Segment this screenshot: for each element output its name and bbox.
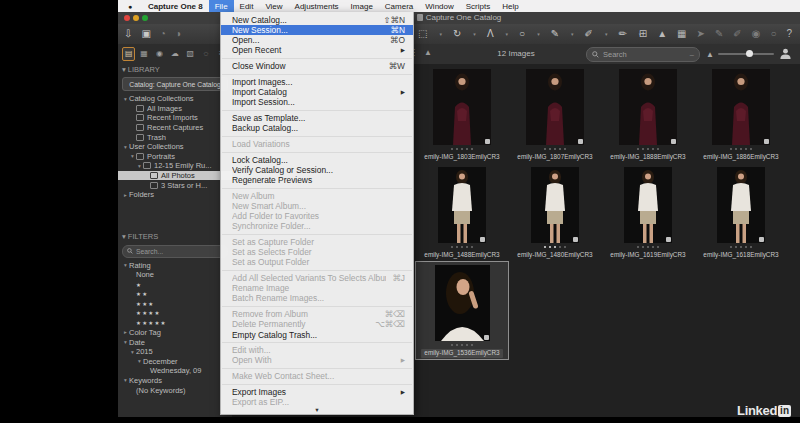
- menu-item-new-catalog-[interactable]: New Catalog...⇧⌘N: [221, 15, 413, 25]
- tree-item-all-images[interactable]: All Images: [118, 104, 232, 114]
- exposure-warning-icon[interactable]: ▲: [657, 29, 667, 39]
- menu-item-verify-catalog-or-session-[interactable]: Verify Catalog or Session...: [221, 165, 413, 175]
- tab-lens[interactable]: ◉: [153, 47, 166, 61]
- catalog-selector-button[interactable]: Catalog: Capture One Catalog: [122, 77, 228, 91]
- menu-item-regenerate-previews[interactable]: Regenerate Previews: [221, 175, 413, 185]
- copy-adjustments-icon[interactable]: ▦: [677, 29, 686, 39]
- disclosure-triangle-icon[interactable]: ▾: [122, 377, 129, 383]
- import-images-icon[interactable]: ⇩: [124, 29, 132, 39]
- thumbnail-cell[interactable]: emily-IMG_1480EmilyCR3: [509, 164, 601, 261]
- rating-dots[interactable]: [451, 243, 473, 251]
- disclosure-triangle-icon[interactable]: ▾: [136, 358, 143, 364]
- histogram-icon[interactable]: ◑: [175, 29, 181, 39]
- menu-item-open-recent[interactable]: Open Recent▶: [221, 45, 413, 55]
- thumbnail-cell[interactable]: emily-IMG_1886EmilyCR3: [695, 66, 787, 163]
- filter-item-2015[interactable]: ▾2015: [118, 347, 232, 357]
- gear-icon[interactable]: ◉: [752, 29, 761, 39]
- filter-item--[interactable]: ★★★★: [118, 309, 232, 319]
- search-scope-button[interactable]: –: [690, 50, 694, 59]
- thumbnail-cell[interactable]: emily-IMG_1536EmilyCR3: [416, 262, 508, 359]
- menu-item-new-session-[interactable]: New Session...⌘N: [221, 25, 413, 35]
- tree-item-user-collections[interactable]: ▾User Collections: [118, 142, 232, 152]
- disclosure-triangle-icon[interactable]: ▾: [122, 339, 129, 345]
- menu-item-empty-catalog-trash-[interactable]: Empty Catalog Trash...: [221, 329, 413, 339]
- camera-capture-icon[interactable]: ▣: [141, 29, 150, 39]
- menu-bar-item-help[interactable]: Help: [496, 0, 524, 12]
- tab-library[interactable]: ▤: [122, 47, 135, 61]
- menu-bar-item-file[interactable]: File: [209, 0, 234, 12]
- menu-bar-item-edit[interactable]: Edit: [234, 0, 260, 12]
- filter-item--[interactable]: ★★★★★: [118, 318, 232, 328]
- menu-item-import-session-[interactable]: Import Session...: [221, 97, 413, 107]
- tab-color[interactable]: ☁: [168, 47, 181, 61]
- menu-item-lock-catalog-[interactable]: Lock Catalog...: [221, 155, 413, 165]
- rating-dots[interactable]: [544, 145, 566, 153]
- filter-item-date[interactable]: ▾Date: [118, 337, 232, 347]
- disclosure-triangle-icon[interactable]: ▸: [122, 329, 129, 335]
- filter-item-december[interactable]: ▾December: [118, 356, 232, 366]
- app-menu-title[interactable]: Capture One 8: [142, 2, 209, 11]
- thumbnail-cell[interactable]: emily-IMG_1619EmilyCR3: [602, 164, 694, 261]
- rating-dots[interactable]: [451, 341, 473, 349]
- rating-dots[interactable]: [544, 243, 566, 251]
- disclosure-triangle-icon[interactable]: ▾: [122, 262, 129, 268]
- tree-item-12-15-emily-ru-[interactable]: ▾12-15 Emily Ru...: [118, 161, 232, 171]
- adjustments-clipboard-icon[interactable]: ✎: [715, 29, 723, 39]
- rating-dots[interactable]: [730, 145, 752, 153]
- filter-item-wednesday-09[interactable]: Wednesday, 09: [118, 366, 232, 376]
- crop-tool-icon[interactable]: ⬚: [418, 29, 427, 39]
- grid-view-icon[interactable]: ⊞: [639, 29, 647, 39]
- styles-brush-icon[interactable]: ✐: [733, 29, 741, 39]
- library-section-header[interactable]: ▾ LIBRARY: [118, 63, 232, 76]
- filter-item-keywords[interactable]: ▾Keywords: [118, 376, 232, 386]
- menu-item-open-[interactable]: Open...⌘O: [221, 35, 413, 45]
- tree-item-3-stars-or-h-[interactable]: 3 Stars or H...: [118, 180, 232, 190]
- meter-icon[interactable]: ◔: [160, 29, 166, 39]
- tab-details[interactable]: ◌: [199, 47, 212, 61]
- tree-item-folders[interactable]: ▸Folders: [118, 190, 232, 200]
- tree-item-recent-captures[interactable]: Recent Captures: [118, 123, 232, 133]
- menu-bar-item-view[interactable]: View: [259, 0, 288, 12]
- menu-item-export-images[interactable]: Export Images▶: [221, 387, 413, 397]
- cursor-icon[interactable]: ➤: [696, 29, 704, 39]
- rating-dots[interactable]: [730, 243, 752, 251]
- disclosure-triangle-icon[interactable]: ▾: [129, 153, 136, 159]
- tab-capture[interactable]: ▦: [137, 47, 150, 61]
- thumbnail-cell[interactable]: emily-IMG_1488EmilyCR3: [416, 164, 508, 261]
- zoom-slider-knob[interactable]: [746, 50, 753, 57]
- filters-section-header[interactable]: ▾ FILTERS: [118, 230, 232, 243]
- rating-dots[interactable]: [637, 243, 659, 251]
- tab-exposure[interactable]: ▧: [184, 47, 197, 61]
- tree-item-trash[interactable]: Trash: [118, 132, 232, 142]
- disclosure-triangle-icon[interactable]: ▾: [129, 349, 136, 355]
- thumbnail-cell[interactable]: emily-IMG_1888EmilyCR3: [602, 66, 694, 163]
- apple-menu-icon[interactable]: ●: [118, 3, 142, 10]
- thumbnail-cell[interactable]: emily-IMG_1803EmilyCR3: [416, 66, 508, 163]
- thumbnail-zoom-slider[interactable]: [718, 53, 774, 55]
- disclosure-triangle-icon[interactable]: ▸: [122, 192, 129, 198]
- draw-mask-tool-icon[interactable]: ✎: [551, 29, 559, 39]
- filters-search-field[interactable]: Search...: [122, 245, 228, 258]
- menu-item-save-as-template-[interactable]: Save as Template...: [221, 113, 413, 123]
- menu-item-backup-catalog-[interactable]: Backup Catalog...: [221, 123, 413, 133]
- filter-item--[interactable]: ★★: [118, 289, 232, 299]
- disclosure-triangle-icon[interactable]: ▾: [122, 144, 129, 150]
- spot-removal-tool-icon[interactable]: ○: [519, 29, 525, 39]
- tree-item-catalog-collections[interactable]: ▾Catalog Collections: [118, 94, 232, 104]
- menu-item-close-window[interactable]: Close Window⌘W: [221, 61, 413, 71]
- tree-item-recent-imports[interactable]: Recent Imports: [118, 113, 232, 123]
- filter-item-color-tag[interactable]: ▸Color Tag: [118, 328, 232, 338]
- filter-item-rating[interactable]: ▾Rating: [118, 261, 232, 271]
- rating-dots[interactable]: [637, 145, 659, 153]
- menu-bar-item-image[interactable]: Image: [345, 0, 379, 12]
- thumbnail-cell[interactable]: emily-IMG_1807EmilyCR3: [509, 66, 601, 163]
- menu-bar-item-window[interactable]: Window: [419, 0, 459, 12]
- user-account-icon[interactable]: [779, 47, 792, 60]
- rotate-tool-icon[interactable]: ↻: [453, 29, 461, 39]
- menu-bar-item-adjustments[interactable]: Adjustments: [289, 0, 345, 12]
- heal-brush-tool-icon[interactable]: ✐: [585, 29, 593, 39]
- keystone-tool-icon[interactable]: Λ: [487, 29, 494, 39]
- rating-dots[interactable]: [451, 145, 473, 153]
- browser-search-field[interactable]: Search –: [586, 47, 700, 62]
- menu-bar-item-camera[interactable]: Camera: [379, 0, 419, 12]
